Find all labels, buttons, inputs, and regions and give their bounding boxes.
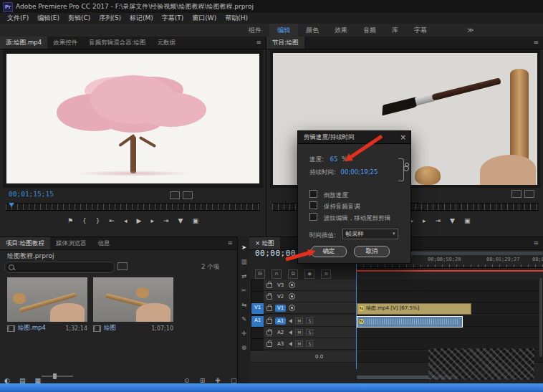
timeline-vertical-scrollbar[interactable] (539, 278, 542, 357)
track-lane[interactable] (356, 327, 543, 338)
solo-button[interactable]: S (306, 340, 313, 347)
menu-item-title[interactable]: 字幕(T) (158, 14, 188, 23)
insert-button[interactable]: ▼ (450, 217, 455, 224)
maintain-pitch-checkbox[interactable] (309, 201, 317, 209)
track-target-button[interactable]: A2 (275, 329, 286, 336)
workspace-tab-titles[interactable]: 字幕 (406, 24, 435, 37)
lock-icon[interactable] (266, 330, 272, 335)
source-mini-ruler[interactable] (6, 203, 260, 211)
tab-source[interactable]: 源:绘图.mp4 (0, 37, 47, 49)
speaker-icon[interactable] (289, 342, 292, 346)
source-patch[interactable] (251, 327, 264, 339)
ripple-edit-checkbox[interactable] (309, 213, 317, 221)
add-marker-icon[interactable]: ◆ (304, 269, 314, 279)
dialog-title-bar[interactable]: 剪辑速度/持续时间 × (298, 131, 410, 144)
track-select-tool[interactable]: ▥ (241, 258, 246, 265)
lock-icon[interactable] (266, 319, 272, 324)
track-lane[interactable] (356, 279, 543, 291)
selection-tool[interactable]: ➤ (241, 244, 246, 251)
lock-icon[interactable] (266, 295, 272, 300)
solo-button[interactable]: S (306, 317, 313, 324)
panel-menu-icon[interactable]: ≡ (529, 37, 543, 49)
panel-menu-icon[interactable]: ≡ (529, 237, 543, 249)
menu-item-sequence[interactable]: 序列(S) (95, 14, 125, 23)
video-clip[interactable]: fx 绘图.mp4 [V] [67.5%] (357, 303, 471, 315)
close-icon[interactable]: × (400, 131, 406, 143)
source-patch[interactable] (251, 338, 264, 350)
master-level[interactable]: 0.0 (315, 354, 323, 360)
source-patch[interactable] (251, 279, 264, 292)
link-icon[interactable] (403, 166, 409, 171)
interpolation-dropdown[interactable]: 帧采样 ▾ (342, 229, 398, 239)
audio-clip[interactable]: fx (357, 316, 463, 328)
toggle-track-output-icon[interactable] (289, 293, 295, 300)
speaker-icon[interactable] (289, 319, 292, 323)
step-back-button[interactable]: ◂ (124, 217, 128, 224)
workspace-overflow-icon[interactable]: ≫ (467, 24, 474, 37)
tab-program[interactable]: 节目:绘图 (266, 37, 304, 49)
workspace-tab-effects[interactable]: 效果 (327, 24, 355, 37)
go-to-in-button[interactable]: ⇤ (110, 217, 115, 224)
track-target-button[interactable]: A1 (275, 317, 286, 325)
menu-item-marker[interactable]: 标记(M) (125, 14, 158, 23)
lock-icon[interactable] (266, 283, 272, 288)
speaker-icon[interactable] (289, 330, 292, 335)
panel-menu-icon[interactable]: ≡ (223, 237, 237, 249)
lock-icon[interactable] (266, 306, 272, 311)
source-playhead-marker[interactable] (9, 203, 14, 207)
track-target-button[interactable]: V1 (275, 305, 286, 312)
close-icon[interactable]: × (255, 239, 260, 247)
ok-button[interactable]: 确定 (311, 246, 347, 257)
track-target-button[interactable]: V3 (275, 282, 286, 289)
ripple-edit-tool[interactable]: ⇄ (241, 272, 246, 279)
mute-button[interactable]: M (295, 329, 303, 335)
solo-button[interactable]: S (306, 329, 313, 335)
workspace-tab-color[interactable]: 颜色 (298, 24, 327, 37)
tab-info[interactable]: 信息 (92, 237, 115, 249)
mark-out-button[interactable]: } (96, 217, 100, 224)
menu-item-file[interactable]: 文件(F) (3, 14, 33, 23)
panel-menu-icon[interactable]: ≡ (251, 37, 266, 49)
menu-item-clip[interactable]: 剪辑(C) (64, 14, 95, 23)
export-frame-button[interactable]: ▣ (193, 217, 199, 224)
insert-button[interactable]: ▼ (178, 217, 183, 224)
timeline-settings-icon[interactable]: ≡ (321, 269, 331, 279)
workspace-tab-audio[interactable]: 音频 (355, 24, 384, 37)
settings-wrench-icon[interactable] (511, 190, 522, 198)
tab-sequence[interactable]: × 绘图 (249, 237, 280, 249)
speed-value[interactable]: 65 (330, 156, 338, 163)
zoom-slider-knob[interactable] (53, 373, 57, 379)
search-input[interactable] (16, 262, 112, 272)
workspace-tab-editing[interactable]: 编辑 (269, 24, 298, 37)
tab-project[interactable]: 项目:绘图教程 (0, 237, 50, 249)
linked-selection-icon[interactable]: ⧉ (288, 269, 298, 279)
source-timecode[interactable]: 00;01;15;15 (9, 190, 54, 198)
toggle-track-output-icon[interactable] (289, 305, 295, 311)
tab-media-browser[interactable]: 媒体浏览器 (50, 237, 92, 249)
source-patch-v1[interactable]: V1 (251, 302, 264, 315)
menu-item-help[interactable]: 帮助(H) (221, 14, 252, 23)
add-marker-button[interactable]: ⚑ (67, 217, 73, 224)
thumbnail-zoom-slider[interactable] (42, 376, 73, 377)
lock-icon[interactable] (266, 342, 272, 347)
fit-dropdown-icon[interactable] (170, 191, 180, 199)
tab-effect-controls[interactable]: 效果控件 (47, 37, 83, 49)
cancel-button[interactable]: 取消 (354, 246, 390, 257)
filter-bin-icon[interactable] (117, 262, 128, 270)
mark-in-button[interactable]: { (82, 217, 87, 224)
play-button[interactable]: ▶ (137, 217, 142, 224)
resolution-dropdown-icon[interactable] (524, 190, 534, 198)
nest-toggle-icon[interactable]: ⊟ (255, 269, 265, 279)
step-forward-button[interactable]: ▸ (151, 217, 155, 224)
mute-button[interactable]: M (295, 317, 303, 324)
go-to-out-button[interactable]: ⇥ (436, 217, 441, 224)
workspace-tab-libraries[interactable]: 库 (384, 24, 406, 37)
source-patch[interactable] (251, 291, 264, 303)
workspace-tab-assembly[interactable]: 组件 (241, 24, 269, 37)
duration-value[interactable]: 00;00;19;25 (341, 168, 378, 176)
source-patch-a1[interactable]: A1 (251, 315, 264, 328)
toggle-track-output-icon[interactable] (289, 282, 295, 288)
export-frame-button[interactable]: ▣ (464, 217, 471, 224)
track-lane[interactable] (356, 291, 543, 302)
reverse-speed-checkbox[interactable] (309, 190, 317, 198)
